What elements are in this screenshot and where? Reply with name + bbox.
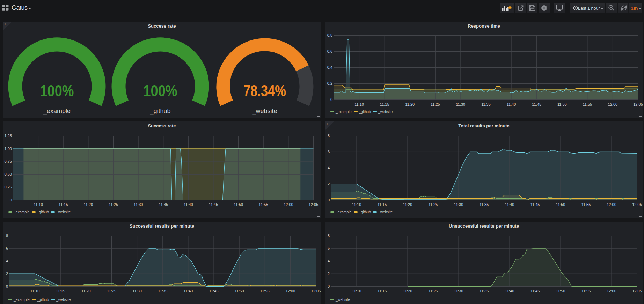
svg-text:12:05: 12:05 (632, 202, 642, 207)
svg-text:11:50: 11:50 (234, 202, 243, 207)
svg-text:11:10: 11:10 (352, 289, 361, 293)
svg-text:11:40: 11:40 (184, 202, 193, 207)
svg-text:11:15: 11:15 (59, 202, 68, 207)
svg-text:11:55: 11:55 (581, 202, 591, 207)
svg-text:4: 4 (6, 259, 8, 263)
svg-text:11:55: 11:55 (260, 289, 270, 293)
svg-text:11:25: 11:25 (429, 289, 438, 293)
svg-text:11:45: 11:45 (532, 102, 541, 106)
svg-text:11:35: 11:35 (481, 102, 491, 106)
svg-text:0: 0 (328, 284, 330, 288)
svg-text:12:00: 12:00 (286, 289, 295, 293)
svg-text:11:15: 11:15 (378, 202, 387, 207)
svg-text:11:35: 11:35 (480, 289, 489, 293)
svg-text:6: 6 (328, 149, 330, 154)
svg-text:100%: 100% (144, 81, 177, 100)
svg-text:11:45: 11:45 (530, 202, 540, 207)
svg-text:11:40: 11:40 (505, 289, 514, 293)
svg-text:0: 0 (328, 198, 330, 202)
svg-text:11:10: 11:10 (30, 289, 40, 293)
svg-text:11:50: 11:50 (556, 202, 565, 207)
svg-text:11:45: 11:45 (530, 289, 540, 293)
svg-text:0.25: 0.25 (5, 185, 12, 189)
svg-text:11:50: 11:50 (556, 289, 565, 293)
svg-text:11:20: 11:20 (405, 102, 415, 106)
svg-text:11:30: 11:30 (454, 202, 463, 207)
svg-text:11:25: 11:25 (107, 289, 116, 293)
svg-text:11:35: 11:35 (159, 202, 168, 207)
svg-text:8: 8 (328, 233, 330, 238)
svg-text:4: 4 (328, 259, 330, 263)
svg-text:11:15: 11:15 (378, 289, 387, 293)
svg-text:12:00: 12:00 (607, 202, 616, 207)
svg-text:6: 6 (328, 246, 330, 250)
svg-text:100%: 100% (40, 81, 74, 100)
svg-text:11:30: 11:30 (134, 202, 143, 207)
svg-text:_website: _website (252, 107, 277, 114)
svg-text:12:00: 12:00 (608, 102, 618, 106)
svg-text:8: 8 (328, 134, 330, 138)
svg-text:11:10: 11:10 (352, 202, 361, 207)
svg-text:2: 2 (6, 271, 8, 275)
svg-text:11:45: 11:45 (209, 289, 219, 293)
svg-text:0.2: 0.2 (327, 81, 332, 86)
svg-text:11:55: 11:55 (581, 289, 591, 293)
svg-text:2: 2 (328, 181, 330, 186)
svg-text:11:45: 11:45 (209, 202, 218, 207)
svg-text:11:15: 11:15 (56, 289, 65, 293)
svg-text:4: 4 (328, 165, 330, 170)
svg-text:11:10: 11:10 (354, 102, 364, 106)
svg-text:0: 0 (10, 198, 12, 202)
svg-text:0: 0 (6, 284, 8, 288)
svg-text:11:35: 11:35 (158, 289, 167, 293)
svg-text:11:55: 11:55 (259, 202, 268, 207)
svg-text:1.00: 1.00 (5, 146, 12, 150)
svg-text:11:20: 11:20 (81, 289, 91, 293)
svg-text:12:05: 12:05 (632, 289, 642, 293)
svg-text:11:35: 11:35 (480, 202, 489, 207)
svg-text:11:25: 11:25 (431, 102, 440, 106)
svg-text:11:40: 11:40 (505, 202, 514, 207)
svg-text:0.50: 0.50 (5, 172, 12, 176)
svg-text:11:15: 11:15 (380, 102, 389, 106)
svg-text:0.4: 0.4 (327, 65, 332, 69)
svg-text:11:30: 11:30 (456, 102, 466, 106)
svg-text:2: 2 (328, 271, 330, 275)
svg-text:11:20: 11:20 (403, 202, 412, 207)
svg-text:11:40: 11:40 (184, 289, 193, 293)
svg-text:78.34%: 78.34% (243, 81, 286, 100)
svg-text:11:20: 11:20 (84, 202, 93, 207)
svg-text:_github: _github (149, 107, 170, 114)
svg-text:6: 6 (6, 246, 8, 250)
svg-text:_example: _example (43, 107, 71, 114)
svg-text:1.25: 1.25 (5, 134, 12, 138)
svg-text:8: 8 (6, 233, 8, 238)
svg-text:12:00: 12:00 (607, 289, 616, 293)
svg-text:11:30: 11:30 (132, 289, 142, 293)
svg-text:11:25: 11:25 (429, 202, 438, 207)
svg-text:11:50: 11:50 (235, 289, 244, 293)
svg-text:12:05: 12:05 (633, 102, 643, 106)
svg-text:11:50: 11:50 (557, 102, 567, 106)
svg-text:12:00: 12:00 (284, 202, 293, 207)
svg-text:11:40: 11:40 (507, 102, 516, 106)
svg-text:11:20: 11:20 (403, 289, 412, 293)
svg-text:11:25: 11:25 (109, 202, 118, 207)
svg-text:12:05: 12:05 (311, 289, 321, 293)
svg-text:11:30: 11:30 (454, 289, 463, 293)
svg-text:12:05: 12:05 (309, 202, 319, 207)
svg-text:11:10: 11:10 (34, 202, 43, 207)
svg-text:11:55: 11:55 (583, 102, 592, 106)
svg-text:0.8: 0.8 (327, 33, 332, 37)
svg-text:0: 0 (330, 97, 332, 102)
svg-text:0.75: 0.75 (5, 159, 12, 163)
svg-text:0.6: 0.6 (327, 49, 332, 53)
